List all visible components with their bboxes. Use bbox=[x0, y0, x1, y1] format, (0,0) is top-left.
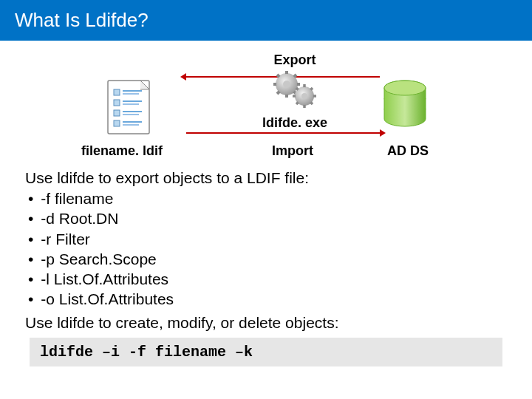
list-item: -d Root.DN bbox=[28, 208, 507, 228]
ldifde-diagram: Export bbox=[25, 51, 507, 162]
import-arrow bbox=[186, 132, 380, 134]
list-item: -p Search.Scope bbox=[28, 249, 507, 269]
list-item: -o List.Of.Attributes bbox=[28, 289, 507, 309]
adds-label: AD DS bbox=[387, 143, 429, 159]
svg-point-26 bbox=[301, 93, 307, 99]
export-heading: Use ldifde to export objects to a LDIF f… bbox=[25, 169, 507, 187]
export-label: Export bbox=[247, 52, 343, 68]
list-item: -f filename bbox=[28, 188, 507, 208]
modify-heading: Use ldifde to create, modify, or delete … bbox=[25, 314, 507, 332]
database-icon bbox=[382, 79, 428, 134]
svg-rect-10 bbox=[114, 120, 120, 126]
export-options-list: -f filename -d Root.DN -r Filter -p Sear… bbox=[25, 188, 507, 310]
tool-label: ldifde. exe bbox=[247, 115, 343, 131]
import-label: Import bbox=[272, 143, 313, 159]
svg-rect-4 bbox=[114, 100, 120, 106]
svg-point-19 bbox=[283, 81, 290, 88]
svg-rect-1 bbox=[114, 89, 120, 95]
file-icon bbox=[106, 79, 151, 138]
list-item: -r Filter bbox=[28, 229, 507, 249]
filename-label: filename. ldif bbox=[81, 143, 163, 159]
slide-content: Export bbox=[0, 41, 532, 366]
svg-rect-7 bbox=[114, 110, 120, 116]
slide-title: What Is Ldifde? bbox=[0, 0, 532, 41]
command-box: ldifde –i -f filename –k bbox=[30, 338, 502, 366]
gears-icon bbox=[247, 69, 343, 114]
svg-point-28 bbox=[384, 81, 426, 95]
list-item: -l List.Of.Attributes bbox=[28, 269, 507, 289]
